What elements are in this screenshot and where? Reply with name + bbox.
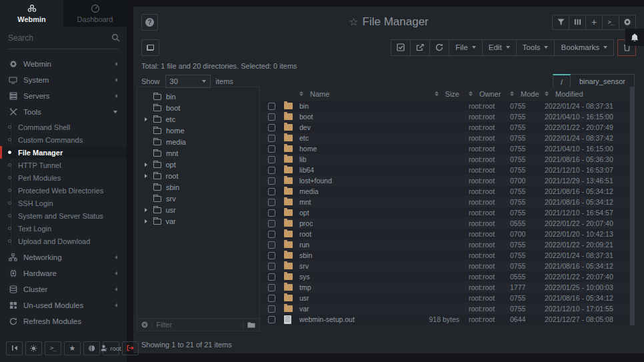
sidebar-subitem-upload-and-download[interactable]: Upload and Download [0,235,127,247]
row-checkbox[interactable] [268,167,275,174]
table-row-lib[interactable]: libroot:root07552021/08/16 - 05:36:30 [262,154,629,165]
sidebar-item-tools[interactable]: Tools [0,104,127,120]
export-button[interactable] [410,39,430,56]
sidebar-subitem-ssh-login[interactable]: SSH Login [0,197,127,209]
scrollbar[interactable] [630,87,635,325]
column-header-mode[interactable]: Mode [510,90,545,98]
file-name[interactable]: root [299,230,399,238]
tree-item-boot[interactable]: boot [137,102,259,113]
row-checkbox[interactable] [268,252,275,259]
file-name[interactable]: bin [299,102,399,110]
table-row-lib64[interactable]: lib64root:root07552021/12/10 - 16:53:07 [262,165,629,175]
clear-filter-icon[interactable] [141,321,148,328]
table-row-lost-found[interactable]: lost+foundroot:root07002021/12/29 - 13:4… [262,175,629,186]
table-row-root[interactable]: rootroot:root07002022/01/20 - 10:42:13 [262,229,629,239]
logout-button[interactable] [122,341,139,355]
table-row-webmin-setup-out[interactable]: webmin-setup.out918 bytesroot:root064420… [262,314,629,325]
favorite-star-icon[interactable]: ☆ [349,16,358,27]
row-checkbox[interactable] [268,284,275,291]
row-checkbox[interactable] [268,220,275,227]
favorites-button[interactable]: ★ [64,341,81,355]
file-name[interactable]: usr [299,294,399,302]
row-checkbox[interactable] [268,103,275,110]
tree-item-srv[interactable]: srv [137,193,259,204]
notifications-button[interactable] [625,29,644,46]
row-checkbox[interactable] [268,135,275,142]
file-name[interactable]: home [299,145,399,153]
row-checkbox[interactable] [268,177,275,185]
table-row-sbin[interactable]: sbinroot:root07552022/01/24 - 08:37:31 [262,250,629,261]
table-row-mnt[interactable]: mntroot:root07552021/08/16 - 05:34:12 [262,197,629,207]
row-checkbox[interactable] [268,316,275,323]
terminal-button[interactable]: >_ [45,341,61,355]
expand-caret-icon[interactable] [145,219,147,223]
shell-button[interactable]: >_ [602,15,619,30]
tree-item-media[interactable]: media [137,136,259,147]
expand-caret-icon[interactable] [145,174,147,178]
sidebar-subitem-system-and-server-status[interactable]: System and Server Status [0,209,127,222]
sidebar-item-networking[interactable]: Networking [0,249,127,265]
language-button[interactable] [83,341,100,355]
settings-button[interactable] [619,15,636,30]
tree-item-home[interactable]: home [137,125,259,136]
file-menu-button[interactable]: File [449,39,483,56]
row-checkbox[interactable] [268,188,275,195]
sidebar-subitem-protected-web-directories[interactable]: Protected Web Directories [0,184,127,197]
row-checkbox[interactable] [268,241,275,249]
tree-item-sbin[interactable]: sbin [137,181,259,193]
sidebar-subitem-file-manager[interactable]: File Manager [0,146,127,159]
table-row-tmp[interactable]: tmproot:root17772022/01/25 - 10:00:03 [262,282,629,293]
file-name[interactable]: srv [299,262,399,270]
select-all-button[interactable] [391,39,411,56]
expand-caret-icon[interactable] [145,163,147,167]
file-name[interactable]: etc [299,134,399,142]
columns-button[interactable] [569,15,586,30]
file-name[interactable]: lost+found [299,177,399,185]
table-row-opt[interactable]: optroot:root07552021/12/10 - 16:54:57 [262,207,629,218]
table-row-usr[interactable]: usrroot:root07552021/08/16 - 05:34:12 [262,293,629,303]
sidebar-item-hardware[interactable]: Hardware [0,265,127,281]
sidebar-subitem-command-shell[interactable]: Command Shell [0,121,127,133]
filter-columns-button[interactable] [552,15,569,30]
file-name[interactable]: lib [299,155,399,163]
table-row-srv[interactable]: srvroot:root07552021/08/16 - 05:34:12 [262,261,629,271]
tab-webmin[interactable]: Webmin [0,0,63,27]
row-checkbox[interactable] [268,273,275,281]
sidebar-item-webmin[interactable]: Webmin [0,56,127,72]
sidebar-subitem-custom-commands[interactable]: Custom Commands [0,133,127,146]
expand-caret-icon[interactable] [145,117,147,121]
user-button[interactable]: root [103,341,119,355]
row-checkbox[interactable] [268,124,275,131]
file-name[interactable]: proc [299,219,399,227]
row-checkbox[interactable] [268,209,275,217]
table-row-sys[interactable]: sysroot:root05552022/01/22 - 20:07:40 [262,271,629,282]
sidebar-item-system[interactable]: System [0,72,127,88]
tree-item-opt[interactable]: opt [137,159,259,170]
file-name[interactable]: tmp [299,283,399,291]
row-checkbox[interactable] [268,295,275,302]
row-checkbox[interactable] [268,156,275,163]
row-checkbox[interactable] [268,199,275,206]
tree-item-var[interactable]: var [137,215,259,227]
collapse-sidebar-button[interactable] [6,341,23,355]
row-checkbox[interactable] [268,263,275,270]
file-name[interactable]: boot [299,113,399,121]
sidebar-subitem-perl-modules[interactable]: Perl Modules [0,171,127,184]
column-header-name[interactable]: Name [299,90,399,98]
tools-menu-button[interactable]: Tools [516,39,555,56]
file-name[interactable]: opt [299,209,399,217]
table-row-run[interactable]: runroot:root07552022/01/22 - 20:09:21 [262,239,629,250]
table-row-etc[interactable]: etcroot:root07552022/01/24 - 08:37:42 [262,133,629,143]
bookmarks-menu-button[interactable]: Bookmarks [554,39,614,56]
create-button[interactable]: + [585,15,603,30]
file-name[interactable]: run [299,241,399,249]
file-name[interactable]: media [299,187,399,195]
tree-item-usr[interactable]: usr [137,204,259,215]
table-row-bin[interactable]: binroot:root07552022/01/24 - 08:37:31 [262,101,629,111]
file-name[interactable]: mnt [299,198,399,206]
sidebar-subitem-text-login[interactable]: Text Login [0,222,127,235]
sidebar-item-refresh-modules[interactable]: Refresh Modules [0,313,127,329]
sidebar-item-cluster[interactable]: Cluster [0,281,127,297]
page-size-select[interactable]: 30 [165,75,211,88]
help-button[interactable]: ? [141,14,158,31]
